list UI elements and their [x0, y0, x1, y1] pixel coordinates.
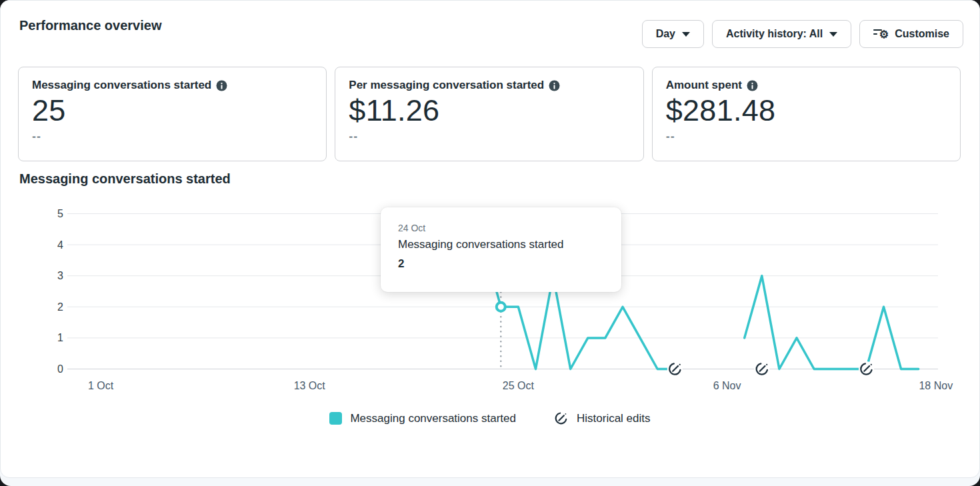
y-axis-tick-label: 2	[57, 301, 63, 313]
chart-tooltip: 24 Oct Messaging conversations started 2	[381, 207, 621, 292]
legend-item-series[interactable]: Messaging conversations started	[329, 412, 516, 425]
x-axis-tick-label: 13 Oct	[294, 380, 326, 391]
x-axis-tick-label: 25 Oct	[503, 380, 535, 391]
x-axis-tick-label: 6 Nov	[713, 380, 741, 391]
historical-edit-icon-dot	[679, 364, 681, 365]
y-axis-tick-label: 1	[57, 332, 63, 343]
series-line[interactable]	[745, 276, 919, 369]
chart-legend: Messaging conversations started Historic…	[1, 411, 979, 426]
y-axis-tick-label: 4	[57, 239, 63, 251]
y-axis-tick-label: 0	[57, 363, 63, 375]
y-axis-tick-label: 3	[57, 270, 63, 281]
y-axis-tick-label: 5	[57, 208, 63, 219]
historical-edit-icon-dot	[871, 364, 872, 365]
x-axis-tick-label: 1 Oct	[88, 380, 114, 391]
tooltip-value: 2	[398, 257, 604, 271]
legend-item-historical-edits[interactable]: Historical edits	[553, 411, 651, 426]
hover-marker[interactable]	[497, 303, 505, 311]
tooltip-metric-label: Messaging conversations started	[398, 238, 604, 251]
tooltip-date: 24 Oct	[398, 223, 604, 233]
x-axis-tick-label: 18 Nov	[919, 380, 953, 391]
historical-edit-icon	[553, 411, 569, 426]
series-color-swatch	[329, 412, 342, 425]
performance-overview-panel: Performance overview Day Activity histor…	[0, 0, 980, 478]
historical-edit-icon-dot	[766, 364, 767, 365]
legend-series-label: Messaging conversations started	[350, 412, 516, 425]
legend-historical-edits-label: Historical edits	[577, 412, 651, 425]
